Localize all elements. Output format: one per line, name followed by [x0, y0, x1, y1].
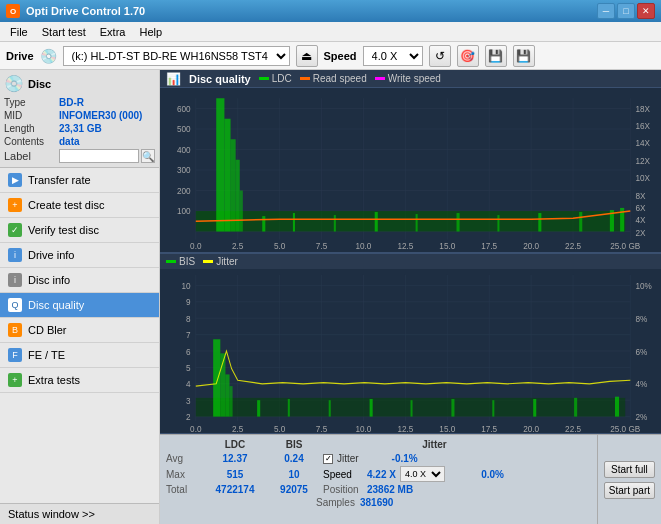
svg-text:17.5: 17.5 [481, 242, 497, 251]
speed-select[interactable]: 4.0 X [363, 46, 423, 66]
nav-transfer-rate[interactable]: ▶ Transfer rate [0, 168, 159, 193]
menu-start-test[interactable]: Start test [36, 25, 92, 39]
svg-text:5: 5 [186, 362, 191, 373]
samples-label: Samples [316, 497, 356, 508]
disc-title: Disc [28, 78, 51, 90]
eject-button[interactable]: ⏏ [296, 45, 318, 67]
svg-rect-92 [411, 400, 413, 416]
nav-verify-test-disc-label: Verify test disc [28, 224, 99, 236]
start-full-button[interactable]: Start full [604, 461, 655, 478]
svg-rect-24 [240, 191, 243, 232]
status-window-button[interactable]: Status window >> [0, 503, 159, 524]
svg-text:4X: 4X [635, 216, 646, 225]
svg-text:5.0: 5.0 [274, 423, 285, 433]
label-search-button[interactable]: 🔍 [141, 149, 155, 163]
save-button-1[interactable]: 💾 [485, 45, 507, 67]
drive-select[interactable]: (k:) HL-DT-ST BD-RE WH16NS58 TST4 [63, 46, 290, 66]
svg-text:25.0 GB: 25.0 GB [610, 242, 640, 251]
svg-rect-19 [196, 211, 625, 232]
legend-read-speed-label: Read speed [313, 73, 367, 84]
create-test-disc-icon: + [8, 198, 22, 212]
legend-ldc: LDC [259, 73, 292, 84]
disc-icon: 💿 [4, 74, 24, 93]
svg-rect-33 [579, 212, 582, 231]
svg-rect-93 [451, 399, 454, 417]
avg-label: Avg [166, 453, 201, 464]
svg-text:6: 6 [186, 346, 191, 357]
svg-rect-31 [497, 215, 499, 231]
max-label: Max [166, 469, 201, 480]
svg-text:6%: 6% [635, 346, 647, 357]
speed-label: Speed [324, 50, 357, 62]
stats-empty-header [166, 439, 201, 450]
svg-text:3: 3 [186, 395, 191, 406]
menu-help[interactable]: Help [133, 25, 168, 39]
drive-label: Drive [6, 50, 34, 62]
nav-drive-info[interactable]: i Drive info [0, 243, 159, 268]
svg-rect-90 [329, 400, 331, 416]
disc-contents-val: data [59, 136, 80, 147]
speed-select[interactable]: 4.0 X [400, 466, 445, 482]
svg-rect-28 [375, 212, 378, 231]
minimize-button[interactable]: ─ [597, 3, 615, 19]
menu-file[interactable]: File [4, 25, 34, 39]
nav-disc-info[interactable]: i Disc info [0, 268, 159, 293]
svg-text:6X: 6X [635, 204, 646, 213]
disc-type-label: Type [4, 97, 59, 108]
svg-text:22.5: 22.5 [565, 242, 581, 251]
total-bis-val: 92075 [269, 484, 319, 495]
save-button-2[interactable]: 💾 [513, 45, 535, 67]
svg-rect-29 [416, 214, 418, 231]
close-button[interactable]: ✕ [637, 3, 655, 19]
disc-info-icon: i [8, 273, 22, 287]
svg-text:7: 7 [186, 330, 191, 341]
verify-test-disc-icon: ✓ [8, 223, 22, 237]
svg-text:2: 2 [186, 412, 191, 423]
nav-create-test-disc-label: Create test disc [28, 199, 104, 211]
avg-bis-val: 0.24 [269, 453, 319, 464]
svg-text:10X: 10X [635, 174, 650, 183]
svg-rect-96 [574, 398, 577, 417]
position-label: Position [323, 484, 363, 495]
start-part-button[interactable]: Start part [604, 482, 655, 499]
disc-panel: 💿 Disc Type BD-R MID INFOMER30 (000) Len… [0, 70, 159, 168]
svg-rect-94 [492, 400, 494, 416]
disc-label-input[interactable] [59, 149, 139, 163]
transfer-rate-icon: ▶ [8, 173, 22, 187]
svg-rect-22 [231, 139, 236, 231]
svg-rect-89 [288, 399, 290, 417]
maximize-button[interactable]: □ [617, 3, 635, 19]
menu-extra[interactable]: Extra [94, 25, 132, 39]
svg-text:25.0 GB: 25.0 GB [610, 423, 640, 433]
nav-verify-test-disc[interactable]: ✓ Verify test disc [0, 218, 159, 243]
sidebar: 💿 Disc Type BD-R MID INFOMER30 (000) Len… [0, 70, 160, 524]
target-button[interactable]: 🎯 [457, 45, 479, 67]
legend-write-speed: Write speed [375, 73, 441, 84]
speed-val: 4.22 X [367, 469, 396, 480]
legend-write-speed-label: Write speed [388, 73, 441, 84]
write-speed-color-swatch [375, 77, 385, 80]
status-window-label: Status window >> [8, 508, 95, 520]
disc-label-label: Label [4, 150, 57, 162]
svg-text:10%: 10% [635, 280, 652, 291]
nav-extra-tests[interactable]: + Extra tests [0, 368, 159, 393]
legend-bis: BIS [166, 256, 195, 267]
svg-rect-20 [216, 98, 224, 231]
refresh-button[interactable]: ↺ [429, 45, 451, 67]
svg-text:15.0: 15.0 [439, 423, 455, 433]
position-val: 23862 MB [367, 484, 413, 495]
app-icon: O [6, 4, 20, 18]
disc-type-val: BD-R [59, 97, 84, 108]
nav-disc-info-label: Disc info [28, 274, 70, 286]
total-label: Total [166, 484, 201, 495]
nav-cd-bler[interactable]: B CD Bler [0, 318, 159, 343]
legend-ldc-label: LDC [272, 73, 292, 84]
jitter-checkbox[interactable]: ✓ [323, 454, 333, 464]
nav-fe-te[interactable]: F FE / TE [0, 343, 159, 368]
disc-contents-label: Contents [4, 136, 59, 147]
sidebar-nav: ▶ Transfer rate + Create test disc ✓ Ver… [0, 168, 159, 503]
nav-extra-tests-label: Extra tests [28, 374, 80, 386]
nav-disc-quality[interactable]: Q Disc quality [0, 293, 159, 318]
svg-rect-30 [457, 213, 460, 231]
nav-create-test-disc[interactable]: + Create test disc [0, 193, 159, 218]
